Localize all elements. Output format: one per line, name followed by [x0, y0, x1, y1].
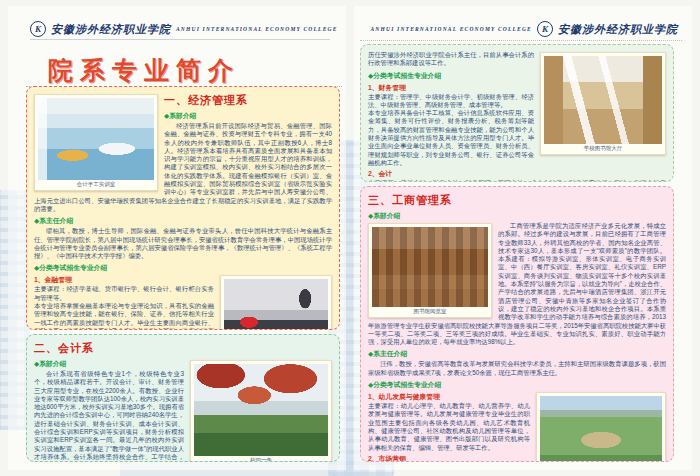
photo-accounting-lab-image [38, 98, 154, 180]
panel-accounting-majors: 学校图书馆大厅 历任安徽涉外经济职业学院会计系主任，目前从事会计系的行政管理和系… [360, 44, 674, 182]
panel-business-administration: 三、工商管理系 ◆系部介绍 图书馆阅览室 工商管理系是学院为适应经济产业多元化发… [360, 186, 674, 462]
label-director-intro: ◆系主任介绍 [34, 216, 332, 226]
panel-accounting-dept: 二、会计系 校园一角 ◆系部介绍 会计系现有省级特色专业1个，校级特色专业3个，… [26, 334, 340, 462]
header-left: K 安徽涉外经济职业学院 ANHUI INTERNATIONAL ECONOMY… [30, 20, 338, 38]
label-dept-intro: ◆系部介绍 [368, 211, 666, 221]
dept-heading-business: 三、工商管理系 [368, 193, 666, 208]
dept-heading-accounting: 二、会计系 [34, 341, 332, 356]
major-accounting-text: 主要课程：基础会计、财务会计、财务管理、管理会计、成本会计学、财务报表分析、税法… [368, 179, 666, 182]
photo-western-restaurant-lab: 西餐实训室 [220, 275, 332, 330]
school-name-cn: 安徽涉外经济职业学院 [558, 22, 678, 37]
photo-caption: 学校图书馆大厅 [544, 144, 662, 153]
photo-library-hall-image [544, 56, 662, 144]
header-dotted-line-right [360, 40, 682, 41]
photo-lake-aerial: 同泽湖 [536, 392, 666, 462]
header-rule-left [30, 39, 330, 40]
photo-lake-aerial-image [540, 396, 662, 462]
college-logo-icon: K [30, 21, 46, 37]
school-name-en: ANHUI INTERNATIONAL ECONOMY COLLEGE [370, 26, 532, 32]
college-logo-icon: K [537, 21, 553, 37]
page-title: 院系专业简介 [48, 54, 240, 87]
school-name-en: ANHUI INTERNATIONAL ECONOMY COLLEGE [176, 26, 338, 32]
school-name-cn: 安徽涉外经济职业学院 [51, 22, 171, 37]
label-exam-majors: ◆分类考试招生专业介绍 [34, 263, 332, 273]
photo-accounting-lab: 会计手工实训室 [34, 94, 158, 191]
photo-reading-room: 图书馆阅览室 [368, 223, 492, 318]
label-exam-majors: ◆分类考试招生专业介绍 [368, 380, 666, 390]
photo-caption: 校园一角 [194, 456, 328, 462]
photo-caption: 会计手工实训室 [38, 180, 154, 189]
photo-campus-corner-image [194, 364, 328, 456]
label-director-intro: ◆系主任介绍 [368, 349, 666, 359]
photo-reading-room-image [372, 227, 488, 307]
photo-campus-corner: 校园一角 [190, 360, 332, 462]
photo-library-hall: 学校图书馆大厅 [540, 52, 666, 155]
photo-caption: 图书馆阅览室 [372, 307, 488, 316]
econ-director-text: 缪柏其，教授，博士生导师，国际金融、金融与证券专业带头人，曾任中国科技大学统计与… [34, 227, 332, 260]
header-right: ANHUI INTERNATIONAL ECONOMY COLLEGE K 安徽… [370, 20, 678, 38]
biz-director-text: 汪伟，教授，安徽省高等教育改革与发展研究会科技学术委员，主持和主研国家级教育课题… [368, 360, 666, 377]
major-accounting-name: 2、会计 [368, 169, 666, 179]
brochure-spread: K 安徽涉外经济职业学院 ANHUI INTERNATIONAL ECONOMY… [0, 0, 700, 476]
photo-western-restaurant-image [224, 279, 328, 330]
panel-economic-management: 会计手工实训室 一、经济管理系 ◆系部介绍 经济管理系目前开设国际经济与贸易、金… [26, 86, 340, 330]
